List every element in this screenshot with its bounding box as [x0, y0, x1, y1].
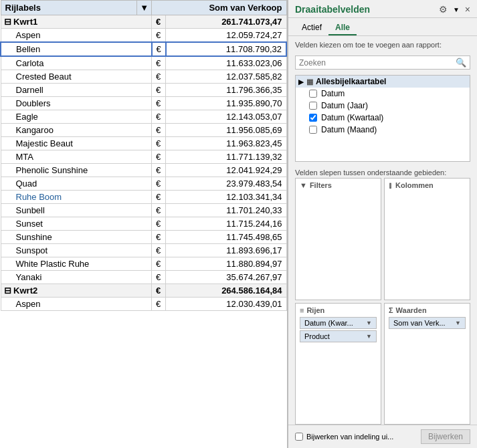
area-kolommen-label: Kolommen — [395, 181, 434, 189]
table-row: Doublers € 11.935.890,70 — [1, 97, 286, 110]
row-value: 11.715.244,16 — [166, 217, 286, 231]
tab-actief[interactable]: Actief — [295, 21, 328, 35]
row-label: Eagle — [1, 110, 152, 124]
row-value: 11.701.240,33 — [166, 204, 286, 217]
field-item: Datum — [296, 88, 470, 100]
row-euro: € — [152, 110, 166, 124]
row-euro: € — [152, 231, 166, 244]
field-label: Datum — [321, 89, 345, 98]
pivot-fields-panel: Draaitabelvelden ⚙ ▼ × Actief Alle Velde… — [288, 0, 477, 448]
row-label: Darnell — [1, 84, 152, 97]
table-row: ⊟ Kwrt1 € 261.741.073,47 — [1, 15, 286, 29]
field-item: Datum (Kwartaal) — [296, 112, 470, 124]
search-input[interactable] — [299, 58, 456, 68]
table-row: MTA € 11.771.139,32 — [1, 150, 286, 164]
gear-icon[interactable]: ⚙ — [439, 4, 448, 15]
row-label: Kangaroo — [1, 124, 152, 137]
field-checkbox[interactable] — [309, 102, 317, 110]
row-label: Aspen — [1, 29, 152, 43]
row-label: White Plastic Ruhe — [1, 257, 152, 271]
row-euro: € — [152, 271, 166, 284]
table-row: Bellen € 11.708.790,32 — [1, 42, 286, 56]
row-euro: € — [152, 177, 166, 191]
row-euro: € — [152, 124, 166, 137]
table-row: Eagle € 12.143.053,07 — [1, 110, 286, 124]
row-euro: € — [152, 244, 166, 257]
panel-description: Velden kiezen om toe te voegen aan rappo… — [288, 36, 477, 53]
row-label: ⊟ Kwrt2 — [1, 284, 152, 298]
auto-update-row: Bijwerken van indeling ui... — [295, 433, 393, 441]
auto-update-checkbox[interactable] — [295, 433, 303, 441]
chip-arrow-icon: ▼ — [455, 320, 461, 326]
table-row: Aspen € 12.030.439,01 — [1, 298, 286, 311]
field-label: Datum (Jaar) — [321, 101, 368, 110]
close-icon[interactable]: × — [465, 4, 470, 15]
field-checkbox[interactable] — [309, 90, 317, 98]
table-row: Yanaki € 35.674.267,97 — [1, 271, 286, 284]
chip-arrow-icon: ▼ — [366, 320, 372, 326]
table-row: Quad € 23.979.483,54 — [1, 177, 286, 191]
row-label: Sunset — [1, 217, 152, 231]
header-icons: ⚙ ▼ × — [439, 4, 470, 15]
row-value: 11.771.139,32 — [166, 150, 286, 164]
area-rijen: ≡ Rijen Datum (Kwar...▼Product▼ — [295, 303, 381, 425]
row-value: 12.030.439,01 — [166, 298, 286, 311]
row-euro: € — [152, 97, 166, 110]
table-row: Phenolic Sunshine € 12.041.924,29 — [1, 164, 286, 177]
header-verkoop: Som van Verkoop — [152, 1, 286, 15]
dropdown-arrow-icon[interactable]: ▼ — [453, 6, 460, 13]
search-icon: 🔍 — [456, 58, 466, 68]
rijen-chip[interactable]: Datum (Kwar...▼ — [300, 317, 377, 329]
row-euro: € — [152, 298, 166, 311]
panel-title: Draaitabelvelden — [295, 4, 370, 15]
tabs-bar: Actief Alle — [288, 18, 477, 36]
row-euro: € — [152, 150, 166, 164]
search-row: 🔍 — [295, 55, 470, 70]
row-euro: € — [152, 84, 166, 97]
bijwerken-button[interactable]: Bijwerken — [421, 429, 470, 444]
row-euro: € — [152, 284, 166, 298]
tab-alle[interactable]: Alle — [328, 21, 357, 35]
header-rijlabels: Rijlabels — [1, 1, 137, 15]
table-icon: ▦ — [306, 78, 313, 86]
rijen-chip[interactable]: Product▼ — [300, 330, 377, 342]
row-value: 264.586.164,84 — [166, 284, 286, 298]
table-row: Ruhe Boom € 12.103.341,34 — [1, 191, 286, 204]
row-value: 11.935.890,70 — [166, 97, 286, 110]
row-value: 11.708.790,32 — [166, 42, 286, 56]
row-value: 11.633.023,06 — [166, 56, 286, 70]
row-label: Crested Beaut — [1, 70, 152, 84]
row-value: 11.956.085,69 — [166, 124, 286, 137]
row-label: Quad — [1, 177, 152, 191]
area-kolommen-header: ⫿ Kolommen — [389, 181, 466, 189]
row-label: MTA — [1, 150, 152, 164]
chip-arrow-icon: ▼ — [366, 333, 372, 340]
row-value: 35.674.267,97 — [166, 271, 286, 284]
row-label: Doublers — [1, 97, 152, 110]
row-value: 11.893.696,17 — [166, 244, 286, 257]
waarden-chip[interactable]: Som van Verk...▼ — [389, 317, 466, 329]
area-kolommen: ⫿ Kolommen — [384, 178, 470, 300]
row-euro: € — [152, 42, 166, 56]
chip-label: Som van Verk... — [393, 319, 446, 327]
field-checkbox[interactable] — [309, 114, 317, 122]
row-label: Aspen — [1, 298, 152, 311]
row-label: Sunbell — [1, 204, 152, 217]
table-row: Sunshine € 11.745.498,65 — [1, 231, 286, 244]
row-value: 11.963.823,45 — [166, 137, 286, 150]
row-label: Majestic Beaut — [1, 137, 152, 150]
field-group-label: Allesbijelkaartabel — [316, 77, 386, 86]
field-group-alles[interactable]: ▶ ▦ Allesbijelkaartabel — [296, 76, 470, 88]
area-waarden-label: Waarden — [396, 306, 427, 314]
row-value: 12.059.724,27 — [166, 29, 286, 43]
table-row: Carlota € 11.633.023,06 — [1, 56, 286, 70]
sort-button[interactable]: ▼ — [137, 1, 152, 15]
panel-header: Draaitabelvelden ⚙ ▼ × — [288, 0, 477, 18]
row-value: 12.037.585,82 — [166, 70, 286, 84]
table-row: Kangaroo € 11.956.085,69 — [1, 124, 286, 137]
kolommen-icon: ⫿ — [389, 181, 393, 189]
row-label: Yanaki — [1, 271, 152, 284]
row-value: 11.880.894,97 — [166, 257, 286, 271]
row-label: ⊟ Kwrt1 — [1, 15, 152, 29]
field-checkbox[interactable] — [309, 126, 317, 134]
